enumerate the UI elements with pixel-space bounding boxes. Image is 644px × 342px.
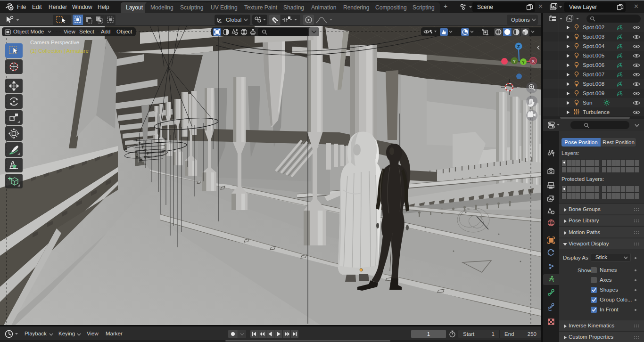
svg-text:Y: Y	[522, 59, 525, 65]
svg-text:Z: Z	[517, 44, 520, 49]
svg-text:X: X	[532, 58, 535, 64]
svg-text:Y: Y	[513, 58, 516, 64]
